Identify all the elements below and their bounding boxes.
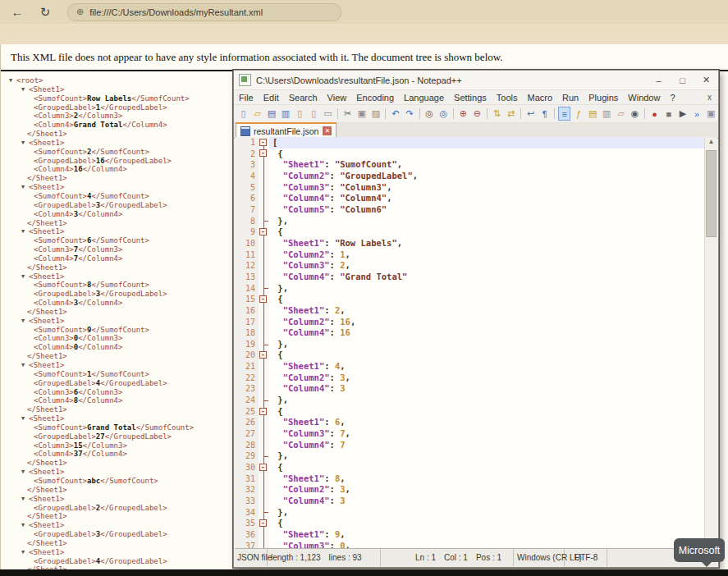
fold-arrow-icon[interactable]: ▼ bbox=[21, 272, 29, 281]
menu-items: FileEditSearchViewEncodingLanguageSettin… bbox=[234, 93, 701, 103]
macro-run-multiple-icon[interactable]: ▣ bbox=[705, 107, 717, 121]
find-icon[interactable]: ◎ bbox=[424, 107, 436, 121]
menu-search[interactable]: Search bbox=[284, 93, 323, 103]
fold-margin: - bbox=[259, 294, 269, 305]
print-icon[interactable]: ▭ bbox=[322, 107, 334, 121]
document-map-icon[interactable]: ▤ bbox=[587, 107, 599, 121]
sync-horizontal-icon[interactable]: ⇄ bbox=[505, 107, 517, 121]
line-number: 15 bbox=[235, 294, 259, 305]
fold-arrow-icon[interactable]: ▼ bbox=[21, 183, 29, 192]
function-list-icon[interactable]: ƒ bbox=[572, 107, 584, 121]
fold-arrow-icon[interactable]: ▼ bbox=[9, 76, 16, 85]
line-number: 21 bbox=[235, 361, 259, 373]
save-icon[interactable]: ▤ bbox=[265, 107, 277, 121]
zoom-out-icon[interactable]: ⊖ bbox=[471, 107, 483, 121]
line-number: 35 bbox=[235, 518, 259, 529]
code-text: }, bbox=[269, 450, 717, 462]
close-all-icon[interactable]: ▯ bbox=[308, 107, 320, 121]
code-text: "Column4": 7 bbox=[269, 440, 717, 451]
code-text: "Column2": 16, bbox=[269, 317, 717, 328]
paste-icon[interactable]: ▨ bbox=[369, 107, 382, 121]
fold-collapse-icon[interactable]: - bbox=[259, 408, 267, 415]
cut-icon[interactable]: ✂ bbox=[341, 107, 354, 121]
fold-collapse-icon[interactable]: - bbox=[259, 351, 267, 359]
line-number: 9 bbox=[235, 226, 259, 238]
scroll-up-arrow-icon[interactable]: ▲ bbox=[705, 138, 717, 149]
replace-icon[interactable]: ◎ bbox=[437, 107, 450, 121]
fold-arrow-icon[interactable]: ▼ bbox=[21, 227, 29, 236]
menu-edit[interactable]: Edit bbox=[259, 93, 284, 103]
word-wrap-icon[interactable]: ↩ bbox=[524, 107, 537, 121]
menu-view[interactable]: View bbox=[323, 93, 352, 103]
fold-collapse-icon[interactable]: - bbox=[259, 139, 267, 146]
editor[interactable]: 1-[2- {3 "Sheet1": "SumofCount",4 "Colum… bbox=[235, 137, 717, 549]
menu-encoding[interactable]: Encoding bbox=[351, 93, 399, 103]
tab-close-icon[interactable]: ✕ bbox=[323, 126, 332, 135]
minimize-button[interactable]: – bbox=[647, 71, 671, 89]
save-all-icon[interactable]: ▥ bbox=[279, 107, 291, 121]
menubar-close-doc-button[interactable]: x bbox=[701, 93, 718, 102]
macro-record-icon[interactable]: ● bbox=[648, 107, 661, 121]
code-text: "Column3": "Column3", bbox=[269, 182, 717, 194]
fold-collapse-icon[interactable]: - bbox=[259, 228, 267, 235]
menu-plugins[interactable]: Plugins bbox=[584, 93, 623, 103]
redo-icon[interactable]: ↷ bbox=[403, 107, 415, 121]
fold-arrow-icon[interactable]: ▼ bbox=[21, 468, 29, 477]
undo-icon[interactable]: ↶ bbox=[389, 107, 401, 121]
code-line: 23 "Column4": 3 bbox=[235, 383, 717, 395]
fold-collapse-icon[interactable]: - bbox=[259, 295, 267, 303]
zoom-in-icon[interactable]: ⊕ bbox=[457, 107, 469, 121]
document-list-icon[interactable]: ▥ bbox=[601, 107, 613, 121]
scrollbar-thumb[interactable] bbox=[706, 150, 717, 237]
toolbar-separator bbox=[453, 108, 454, 119]
tab-resultantfile-json[interactable]: resultantFile.json ✕ bbox=[236, 122, 337, 138]
monitoring-icon[interactable]: ◉ bbox=[629, 107, 641, 121]
fold-collapse-icon[interactable]: - bbox=[259, 464, 267, 471]
maximize-button[interactable]: □ bbox=[671, 71, 694, 89]
macro-play-icon[interactable]: ▶ bbox=[676, 107, 689, 121]
fold-arrow-icon[interactable]: ▼ bbox=[21, 521, 29, 530]
browser-toolbar: ← ↻ ⊕ file:///C:/Users/Downloads/myResul… bbox=[0, 0, 728, 24]
menu-tools[interactable]: Tools bbox=[492, 93, 523, 103]
code-text: "Sheet1": 6, bbox=[269, 417, 717, 428]
line-number: 8 bbox=[235, 216, 259, 227]
open-folder-icon[interactable]: ▱ bbox=[251, 107, 263, 121]
copy-icon[interactable]: ▣ bbox=[355, 107, 368, 121]
macro-save-icon[interactable]: » bbox=[691, 107, 703, 121]
fold-arrow-icon[interactable]: ▼ bbox=[21, 495, 29, 504]
menu-run[interactable]: Run bbox=[557, 93, 584, 103]
new-file-icon[interactable]: ▯ bbox=[237, 107, 250, 121]
fold-arrow-icon[interactable]: ▼ bbox=[21, 139, 29, 148]
code-line: 25- { bbox=[235, 406, 717, 418]
fold-collapse-icon[interactable]: - bbox=[259, 149, 267, 157]
refresh-button[interactable]: ↻ bbox=[34, 3, 56, 21]
fold-margin bbox=[259, 238, 269, 249]
fold-margin bbox=[259, 440, 269, 451]
fold-arrow-icon[interactable]: ▼ bbox=[21, 361, 29, 370]
fold-arrow-icon[interactable]: ▼ bbox=[21, 548, 29, 557]
editor-vertical-scrollbar[interactable]: ▲ ▼ bbox=[704, 137, 717, 549]
show-all-characters-icon[interactable]: ¶ bbox=[538, 107, 551, 121]
menu-window[interactable]: Window bbox=[623, 93, 665, 103]
macro-stop-icon[interactable]: ■ bbox=[662, 107, 675, 121]
indent-guide-icon[interactable]: ≡ bbox=[558, 107, 570, 121]
fold-collapse-icon[interactable]: - bbox=[259, 519, 267, 527]
close-icon[interactable]: ▯ bbox=[294, 107, 306, 121]
menu-language[interactable]: Language bbox=[399, 93, 449, 103]
menu-settings[interactable]: Settings bbox=[449, 93, 492, 103]
line-number: 29 bbox=[235, 450, 259, 462]
folder-as-workspace-icon[interactable]: ▱ bbox=[615, 107, 627, 121]
back-button[interactable]: ← bbox=[7, 3, 28, 21]
code-line: 22 "Column2": 3, bbox=[235, 373, 717, 384]
menu-help[interactable]: ? bbox=[665, 93, 680, 103]
sync-vertical-icon[interactable]: ⇅ bbox=[491, 107, 503, 121]
menu-macro[interactable]: Macro bbox=[522, 93, 557, 103]
address-bar[interactable]: ⊕ file:///C:/Users/Downloads/myResultant… bbox=[67, 3, 341, 21]
fold-arrow-icon[interactable]: ▼ bbox=[21, 317, 29, 326]
close-button[interactable]: ✕ bbox=[694, 71, 718, 89]
menu-file[interactable]: File bbox=[234, 93, 259, 103]
code-line: 29 }, bbox=[235, 450, 717, 462]
fold-arrow-icon[interactable]: ▼ bbox=[21, 85, 29, 94]
code-line: 15- { bbox=[235, 294, 717, 305]
fold-arrow-icon[interactable]: ▼ bbox=[21, 414, 29, 423]
